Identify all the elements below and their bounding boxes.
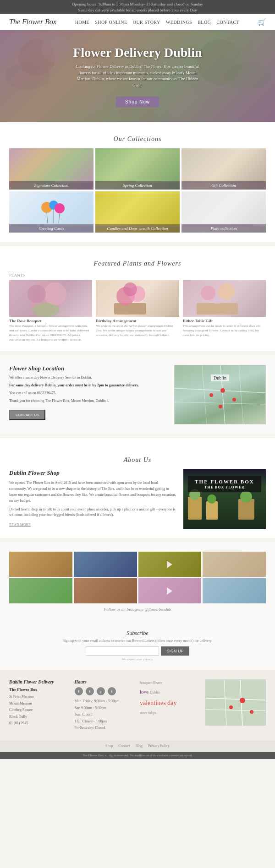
svg-point-39 (207, 494, 216, 504)
insta-item-1[interactable] (9, 552, 72, 577)
footer-social: f t p i (75, 687, 136, 695)
insta-item-2[interactable] (74, 552, 137, 577)
instagram-section: Follow us on Instagram @flowerboxdub (0, 542, 275, 621)
featured-grid: The Rose Bouquet The Rose Bouquet, a bea… (9, 280, 266, 342)
about-shop-image: THE FLOWER BOX THE BOX FLOWER (183, 469, 266, 529)
featured-card-2[interactable]: Birthday Arrangement We pride in the art… (96, 280, 179, 342)
social-facebook[interactable]: f (75, 687, 83, 695)
top-bar: Opening hours: 9:30am to 5:30pm Monday- … (0, 0, 275, 14)
subscribe-button[interactable]: SIGN UP (161, 646, 189, 656)
location-thankyou: Thank you for choosing The Flower Box, M… (9, 398, 167, 404)
svg-point-34 (232, 398, 236, 401)
svg-point-25 (218, 283, 235, 300)
collection-card-signature[interactable]: Signature Collection (9, 148, 94, 190)
bottom-footer-links: Shop Contact Blog Privacy Policy (0, 740, 275, 752)
location-section: Flower Shop Location We offer a same day… (0, 356, 275, 434)
featured-title: Featured Plants and Flowers (9, 260, 266, 267)
svg-line-28 (175, 402, 266, 404)
hero-title: Flower Delivery Dublin (73, 45, 202, 60)
social-twitter[interactable]: t (86, 687, 94, 695)
featured-card-3[interactable]: Either Table Gift This arrangement can b… (183, 280, 266, 342)
collections-title: Our Collections (9, 136, 266, 143)
instagram-grid (9, 552, 266, 603)
footer-map-visual (206, 680, 266, 726)
birthday-arr-img (96, 280, 179, 317)
navbar-logo[interactable]: The Flower Box (9, 18, 56, 26)
nav-blog[interactable]: BLOG (198, 20, 211, 25)
nav-story[interactable]: OUR STORY (133, 20, 160, 25)
footer-link-mount[interactable]: Mount Merrion (9, 700, 70, 707)
footer-col-1: Dublin Flower Delivery The Flower Box St… (9, 679, 70, 731)
collection-card-greeting[interactable]: Greeting Cards (9, 191, 94, 233)
footer-col2-title: Hours (75, 679, 136, 684)
featured-img-3 (183, 280, 266, 317)
footer-hours-2: Sat: 9:30am - 5:30pm (75, 705, 136, 711)
location-text: Flower Shop Location We offer a same day… (9, 365, 167, 420)
featured-desc-3: This arrangement can be made to order in… (183, 324, 266, 337)
footer-link-shop[interactable]: Shop (105, 744, 113, 748)
collections-section: Our Collections Signature Collection Spr… (0, 122, 275, 242)
featured-card-1[interactable]: The Rose Bouquet The Rose Bouquet, a bea… (9, 280, 92, 342)
svg-point-41 (240, 491, 252, 503)
insta-item-6[interactable] (74, 578, 137, 603)
footer-link-privacy[interactable]: Privacy Policy (148, 744, 170, 748)
insta-item-3[interactable] (138, 552, 202, 577)
footer-col-3: bouquet flower love Dublin valentines da… (140, 679, 201, 731)
navbar-links: HOME SHOP ONLINE OUR STORY WEDDINGS BLOG… (75, 20, 240, 25)
hero-shop-now-button[interactable]: Shop Now (116, 97, 159, 107)
about-para1: We opened The Flower Box in April 2015 a… (9, 480, 176, 504)
nav-shop[interactable]: SHOP ONLINE (95, 20, 127, 25)
nav-home[interactable]: HOME (75, 20, 89, 25)
svg-point-16 (44, 282, 66, 305)
svg-point-32 (220, 388, 225, 393)
svg-point-33 (209, 393, 213, 397)
location-map: Dublin (174, 365, 266, 424)
social-pinterest[interactable]: p (97, 687, 105, 695)
footer-link-black[interactable]: Black Gully (9, 714, 70, 720)
featured-title-2: Birthday Arrangement (96, 319, 179, 323)
collection-label-greeting: Greeting Cards (9, 224, 94, 233)
svg-line-12 (47, 213, 48, 223)
word-love: love (140, 689, 150, 694)
footer-link-clonbeg[interactable]: Clonbeg Square (9, 707, 70, 713)
contact-us-button[interactable]: CONTACT US (9, 410, 45, 420)
hero-content: Flower Delivery Dublin Looking for Flowe… (0, 30, 275, 122)
insta-item-7[interactable] (138, 578, 202, 603)
collection-label-plants: Plant collection (182, 224, 266, 233)
word-flower: flower (153, 681, 162, 685)
featured-title-1: The Rose Bouquet (9, 319, 92, 323)
cart-icon[interactable]: 🛒 (258, 18, 266, 26)
footer-link-blog[interactable]: Blog (135, 744, 143, 748)
play-icon-2 (167, 587, 172, 595)
featured-img-1 (9, 280, 92, 317)
footer-link-contact[interactable]: Contact (119, 744, 130, 748)
footer-col-4 (205, 679, 266, 731)
subscribe-title: Subscribe (9, 630, 266, 637)
footer-word-cloud: bouquet flower love Dublin valentines da… (140, 679, 201, 717)
word-dublin: Dublin (150, 690, 160, 694)
collection-card-candles[interactable]: Candles and Door wreath Collection (95, 191, 180, 233)
insta-item-4[interactable] (203, 552, 266, 577)
social-instagram[interactable]: i (108, 687, 116, 695)
footer-link-phone[interactable]: 01 (01) 2645 (9, 720, 70, 727)
collection-label-candles: Candles and Door wreath Collection (95, 224, 180, 233)
collection-card-spring[interactable]: Spring Collection (95, 148, 180, 190)
svg-rect-36 (188, 497, 202, 520)
word-bouquet: bouquet (140, 681, 153, 685)
collection-card-plants[interactable]: Plant collection (182, 191, 266, 233)
subscribe-desc: Sign up with your email address to recei… (9, 639, 266, 643)
svg-rect-19 (114, 303, 146, 315)
nav-contact[interactable]: CONTACT (216, 20, 239, 25)
nav-weddings[interactable]: WEDDINGS (166, 20, 192, 25)
subscribe-email-input[interactable] (86, 646, 159, 656)
footer-link-stpeter[interactable]: St Peter Merrion (9, 694, 70, 700)
svg-rect-23 (197, 303, 238, 315)
subscribe-section: Subscribe Sign up with your email addres… (0, 621, 275, 670)
svg-point-17 (28, 285, 46, 303)
read-more-link[interactable]: READ MORE (9, 523, 31, 527)
svg-point-11 (55, 203, 65, 213)
collection-card-gift[interactable]: Gift Collection (182, 148, 266, 190)
map-roads (175, 365, 266, 424)
insta-item-5[interactable] (9, 578, 72, 603)
insta-item-8[interactable] (203, 578, 266, 603)
